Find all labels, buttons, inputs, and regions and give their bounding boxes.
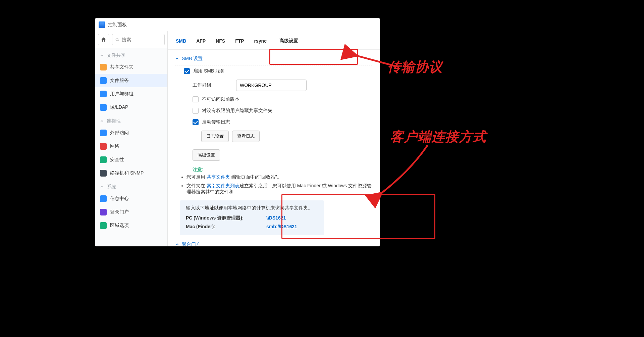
- svg-line-1: [118, 40, 119, 41]
- note-item-2: 文件夹在 索引文件夹列表建立索引之后，您可以使用 Mac Finder 或 Wi…: [186, 182, 372, 196]
- sidebar-item-label: 网络: [110, 143, 119, 149]
- sidebar-item-label: 用户与群组: [110, 91, 133, 97]
- btn-log-setting[interactable]: 日志设置: [201, 131, 229, 142]
- sidebar-item[interactable]: 域/LDAP: [95, 101, 167, 114]
- address-box: 输入以下地址以使用本地网络中的计算机来访问共享文件夹。 PC (Windows …: [180, 200, 324, 235]
- sidebar-item[interactable]: 共享文件夹: [95, 60, 167, 74]
- sidebar-item-label: 外部访问: [110, 130, 129, 136]
- input-workgroup[interactable]: [236, 80, 307, 91]
- chevron-up-icon: [100, 53, 104, 57]
- section-title: SMB 设置: [182, 56, 203, 62]
- link-shared-folder[interactable]: 共享文件夹: [207, 174, 230, 180]
- users-icon: [100, 91, 107, 97]
- chevron-up-icon: [100, 185, 104, 189]
- btn-advanced[interactable]: 高级设置: [193, 149, 220, 161]
- label-enable-log: 启动传输日志: [202, 119, 230, 125]
- sidebar-item[interactable]: 区域选项: [95, 219, 167, 232]
- svg-point-0: [116, 38, 118, 40]
- search-input-wrap[interactable]: [112, 34, 165, 45]
- sidebar-group-label: 系统: [107, 184, 116, 190]
- section-title: 聚合门户: [182, 241, 201, 246]
- addr-mac-key: Mac (Finder):: [186, 224, 260, 229]
- sidebar-item-label: 共享文件夹: [110, 64, 133, 70]
- sidebar-item-label: 域/LDAP: [110, 104, 128, 110]
- tab-高级设置[interactable]: 高级设置: [279, 36, 299, 46]
- chevron-up-icon: [175, 57, 179, 61]
- checkbox-hide-noperm[interactable]: [193, 108, 199, 114]
- sidebar-item[interactable]: 文件服务: [95, 74, 167, 87]
- sidebar-group-head[interactable]: 文件共享: [95, 48, 167, 60]
- tab-ftp[interactable]: FTP: [234, 36, 245, 46]
- checkbox-no-prev[interactable]: [193, 96, 199, 102]
- sidebar-item[interactable]: 登录门户: [95, 205, 167, 219]
- sidebar-group-label: 文件共享: [107, 52, 125, 58]
- chevron-up-icon: [100, 119, 104, 123]
- sidebar-item-label: 区域选项: [110, 223, 129, 229]
- label-hide-noperm: 对没有权限的用户隐藏共享文件夹: [202, 108, 272, 114]
- annotation-label-1: 传输协议: [387, 58, 442, 76]
- control-panel-window: 控制面板 文件共享共享文件夹文件服务用户与群组域/LDAP连接性外部访问网络安全…: [95, 18, 380, 246]
- folder-icon: [100, 64, 107, 70]
- content: SMBAFPNFSFTPrsync高级设置 SMB 设置 启用 SMB 服务 工…: [168, 31, 380, 246]
- label-no-prev: 不可访问以前版本: [202, 96, 239, 102]
- search-icon: [115, 37, 120, 42]
- app-icon: [99, 21, 105, 28]
- address-intro: 输入以下地址以使用本地网络中的计算机来访问共享文件夹。: [186, 205, 318, 214]
- network-icon: [100, 143, 107, 150]
- label-enable-smb: 启用 SMB 服务: [193, 68, 225, 74]
- sidebar-group-head[interactable]: 系统: [95, 180, 167, 192]
- tabs: SMBAFPNFSFTPrsync高级设置: [168, 31, 380, 50]
- external-icon: [100, 130, 107, 136]
- section-smb-settings[interactable]: SMB 设置: [175, 53, 372, 65]
- sidebar-item[interactable]: 网络: [95, 140, 167, 153]
- security-icon: [100, 156, 107, 163]
- home-button[interactable]: [98, 34, 109, 45]
- sidebar-item[interactable]: 终端机和 SNMP: [95, 166, 167, 180]
- btn-view-log[interactable]: 查看日志: [232, 131, 260, 142]
- region-icon: [100, 222, 107, 229]
- sidebar-item-label: 信息中心: [110, 196, 129, 202]
- sidebar-item[interactable]: 外部访问: [95, 126, 167, 140]
- sidebar-item-label: 文件服务: [110, 78, 129, 84]
- annotation-label-2: 客户端连接方式: [390, 128, 486, 146]
- sidebar-item[interactable]: 信息中心: [95, 192, 167, 205]
- sidebar-group-label: 连接性: [107, 118, 121, 124]
- note-item-1: 您可启用 共享文件夹 编辑页面中的"回收站"。: [186, 173, 372, 182]
- link-index-list[interactable]: 索引文件夹列表: [207, 183, 239, 188]
- tab-smb[interactable]: SMB: [175, 36, 187, 46]
- search-input[interactable]: [122, 37, 162, 42]
- info-icon: [100, 195, 107, 202]
- sidebar: 文件共享共享文件夹文件服务用户与群组域/LDAP连接性外部访问网络安全性终端机和…: [95, 31, 168, 246]
- tab-nfs[interactable]: NFS: [215, 36, 226, 46]
- sidebar-item-label: 登录门户: [110, 209, 129, 215]
- window-title: 控制面板: [108, 22, 127, 28]
- note-head: 注意:: [175, 167, 372, 173]
- checkbox-enable-smb[interactable]: [184, 68, 190, 74]
- sidebar-item-label: 终端机和 SNMP: [110, 170, 144, 176]
- label-workgroup: 工作群组:: [193, 82, 233, 88]
- sidebar-item[interactable]: 安全性: [95, 153, 167, 166]
- sidebar-item-label: 安全性: [110, 157, 124, 163]
- home-icon: [101, 37, 107, 43]
- checkbox-enable-log[interactable]: [193, 119, 199, 125]
- sidebar-group-head[interactable]: 连接性: [95, 114, 167, 126]
- chevron-up-icon: [175, 242, 179, 246]
- tab-afp[interactable]: AFP: [196, 36, 206, 46]
- addr-pc-val: \\DS1621: [266, 215, 286, 221]
- addr-pc-key: PC (Windows 资源管理器):: [186, 215, 260, 221]
- tab-rsync[interactable]: rsync: [254, 36, 267, 46]
- addr-mac-val: smb://DS1621: [266, 224, 297, 229]
- titlebar: 控制面板: [95, 18, 380, 31]
- sidebar-item[interactable]: 用户与群组: [95, 87, 167, 101]
- file-service-icon: [100, 77, 107, 84]
- terminal-icon: [100, 170, 107, 177]
- section-aggregate[interactable]: 聚合门户: [175, 239, 372, 246]
- ldap-icon: [100, 104, 107, 111]
- portal-icon: [100, 209, 107, 215]
